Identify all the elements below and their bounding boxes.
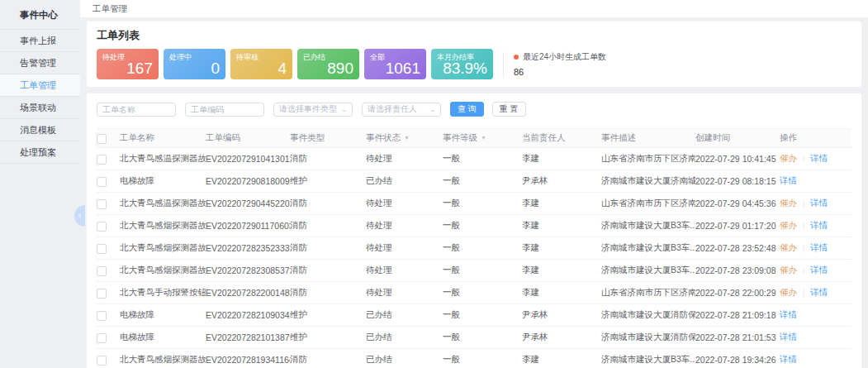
cell-desc: 济南城市建设大厦济南城...	[601, 175, 695, 187]
responsible-person-select[interactable]: 请选择责任人 ⌄	[362, 103, 441, 117]
chevron-down-icon: ⌄	[341, 106, 347, 113]
stat-card-1: 待处理167	[97, 49, 159, 79]
cell-owner: 尹承林	[522, 332, 601, 343]
scrollbar[interactable]	[864, 17, 868, 368]
cell-name: 电梯故障	[120, 332, 206, 343]
detail-link[interactable]: 详情	[780, 332, 797, 342]
detail-link[interactable]: 详情	[780, 354, 797, 364]
search-button[interactable]: 查 询	[450, 102, 484, 117]
stats-row: 待处理167处理中0待审核4已办结890全部1061本月办结率83.9% 最近2…	[97, 49, 851, 79]
select-all-checkbox[interactable]	[97, 134, 107, 144]
cell-actions: 详情	[780, 175, 851, 187]
stat-card-value: 1061	[386, 60, 420, 78]
urge-link[interactable]: 催办	[780, 265, 797, 275]
stat-card-value: 0	[211, 60, 220, 78]
sidebar-item-3[interactable]: 工单管理	[0, 74, 80, 97]
table-row: 北大青鸟感温探测器故障EV20220729044522068消防待处理一般李建山…	[97, 193, 851, 215]
row-checkbox-cell	[97, 265, 120, 275]
sidebar-menu: 事件上报告警管理工单管理场景联动消息模板处理预案	[0, 30, 80, 164]
work-order-table: 工单名称工单编码事件类型事件状态▼事件等级▼当前责任人事件描述创建时间操作北大青…	[97, 128, 851, 368]
stat-card-label: 全部	[370, 52, 385, 63]
detail-link[interactable]: 详情	[797, 242, 828, 252]
sidebar-item-4[interactable]: 场景联动	[0, 97, 80, 119]
urge-link[interactable]: 催办	[780, 242, 797, 252]
sidebar-item-2[interactable]: 告警管理	[0, 52, 80, 74]
column-header-label: 事件等级	[443, 132, 477, 142]
table-row: 北大青鸟感烟探测器故障EV20220729011706036消防待处理一般李建济…	[97, 215, 851, 237]
row-checkbox[interactable]	[97, 244, 107, 254]
table-row: 北大青鸟感烟探测器故障EV20220728230853750消防待处理一般李建济…	[97, 260, 851, 282]
row-checkbox[interactable]	[97, 266, 107, 276]
cell-level: 一般	[443, 175, 522, 187]
filter-icon[interactable]: ▼	[404, 135, 410, 141]
urge-link[interactable]: 催办	[780, 220, 797, 230]
detail-link[interactable]: 详情	[780, 309, 797, 319]
cell-level: 一般	[443, 332, 522, 343]
urge-link[interactable]: 催办	[780, 287, 797, 297]
column-header: 工单编码	[206, 132, 290, 144]
stat-card-value: 4	[277, 60, 287, 78]
cell-type: 消防	[290, 265, 366, 276]
filter-icon[interactable]: ▼	[481, 135, 486, 141]
cell-time: 2022-07-29 08:18:15	[695, 176, 780, 186]
stat-card-label: 待处理	[102, 52, 125, 63]
row-checkbox[interactable]	[97, 199, 107, 209]
order-code-input[interactable]	[185, 103, 264, 117]
detail-link[interactable]: 详情	[797, 198, 828, 208]
cell-code: EV20220729044522068	[206, 198, 290, 208]
cell-type: 维护	[290, 175, 366, 187]
cell-time: 2022-07-28 23:09:08	[695, 265, 780, 275]
table-row: 电梯故障EV20220728210138787维护已办结一般尹承林济南城市建设大…	[97, 327, 851, 349]
cell-type: 维护	[290, 332, 366, 343]
recent-orders-value: 86	[514, 67, 606, 77]
page-title: 工单列表	[97, 28, 851, 43]
cell-code: EV20220728210903424	[206, 310, 290, 320]
cell-name: 电梯故障	[120, 175, 206, 187]
cell-desc: 济南城市建设大厦B3车...	[601, 354, 695, 366]
detail-link[interactable]: 详情	[797, 220, 828, 230]
row-checkbox[interactable]	[97, 155, 107, 165]
row-checkbox-cell	[97, 332, 120, 342]
column-header: 事件类型	[290, 132, 366, 144]
row-checkbox[interactable]	[97, 222, 107, 232]
cell-name: 北大青鸟感温探测器故障	[120, 153, 206, 165]
column-header: 创建时间	[695, 132, 780, 144]
detail-link[interactable]: 详情	[797, 287, 828, 297]
row-checkbox[interactable]	[97, 356, 107, 366]
cell-owner: 李建	[522, 354, 601, 366]
event-type-select[interactable]: 请选择事件类型 ⌄	[273, 103, 353, 117]
cell-name: 北大青鸟手动报警按钮故障	[120, 287, 206, 299]
cell-name: 北大青鸟感烟探测器故障	[120, 242, 206, 254]
cell-type: 消防	[290, 354, 366, 366]
cell-status: 待处理	[366, 242, 443, 254]
urge-link[interactable]: 催办	[780, 153, 797, 163]
row-checkbox[interactable]	[97, 311, 107, 321]
cell-level: 一般	[443, 287, 522, 299]
stat-card-value: 167	[126, 60, 153, 78]
header-checkbox-cell	[97, 132, 120, 143]
row-checkbox[interactable]	[97, 333, 107, 343]
detail-link[interactable]: 详情	[797, 153, 828, 163]
cell-type: 消防	[290, 242, 366, 254]
urge-link[interactable]: 催办	[780, 198, 797, 208]
column-header: 事件描述	[601, 132, 695, 144]
breadcrumb: 工单管理	[92, 3, 127, 15]
sidebar-item-5[interactable]: 消息模板	[0, 119, 80, 141]
cell-desc: 山东省济南市历下区济南...	[601, 287, 695, 299]
cell-actions: 详情	[780, 309, 851, 321]
row-checkbox[interactable]	[97, 177, 107, 187]
sidebar-item-1[interactable]: 事件上报	[0, 30, 80, 52]
reset-button[interactable]: 重 置	[492, 102, 526, 117]
table-header-row: 工单名称工单编码事件类型事件状态▼事件等级▼当前责任人事件描述创建时间操作	[97, 128, 851, 148]
sidebar-item-6[interactable]: 处理预案	[0, 141, 80, 164]
detail-link[interactable]: 详情	[780, 175, 797, 185]
row-checkbox-cell	[97, 354, 120, 365]
cell-type: 消防	[290, 153, 366, 165]
cell-actions: 催办详情	[780, 198, 851, 209]
order-name-input[interactable]	[97, 103, 176, 117]
cell-actions: 催办详情	[780, 220, 851, 232]
detail-link[interactable]: 详情	[797, 265, 828, 275]
cell-type: 消防	[290, 220, 366, 232]
recent-orders-block: 最近24小时生成工单数 86	[514, 51, 606, 77]
row-checkbox[interactable]	[97, 289, 107, 299]
